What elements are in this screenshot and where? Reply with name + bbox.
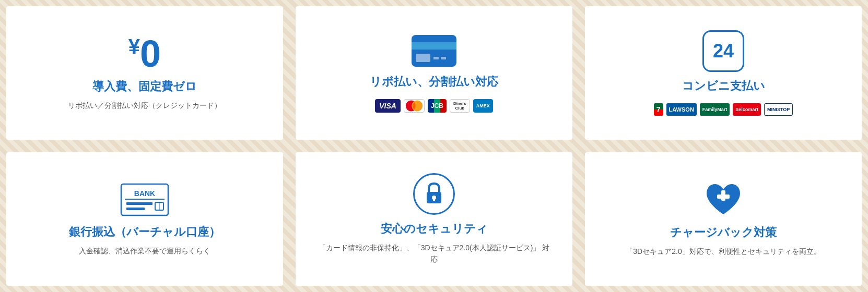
card-bank: BANK 銀行振込（バーチャル口座） 入金確認、消込作業不要で運用らくらく (6, 152, 283, 286)
card-bank-title: 銀行振込（バーチャル口座） (69, 224, 220, 240)
lock-icon (413, 173, 455, 215)
card-chargeback-title: チャージバック対策 (670, 225, 777, 240)
svg-rect-10 (126, 202, 153, 205)
bank-icon: BANK (119, 181, 171, 218)
svg-rect-11 (126, 208, 145, 210)
convenience-24-icon: 24 (702, 30, 744, 72)
card-zero-cost: ¥0 導入費、固定費ゼロ リボ払い／分割払い対応（クレジットカード） (6, 6, 283, 140)
zero-price-icon: ¥0 (128, 35, 161, 72)
card-zero-cost-desc: リボ払い／分割払い対応（クレジットカード） (68, 100, 221, 111)
card-revolving: リボ払い、分割払い対応 VISA JCB DinersClub AMEX (296, 6, 572, 140)
feature-grid: ¥0 導入費、固定費ゼロ リボ払い／分割払い対応（クレジットカード） リボ払い、… (0, 0, 868, 292)
convenience-logos: 7 LAWSON FamilyMart Seicomart MINISTOP (654, 103, 793, 116)
credit-card-icon (410, 34, 458, 68)
svg-rect-2 (416, 54, 430, 62)
svg-rect-1 (412, 42, 456, 50)
card-chargeback: チャージバック対策 「3Dセキュア2.0」対応で、利便性とセキュリティを両立。 (585, 152, 862, 286)
lawson-logo: LAWSON (666, 103, 697, 116)
card-convenience-title: コンビニ支払い (682, 78, 765, 94)
svg-rect-16 (433, 198, 435, 201)
card-security-desc: 「カード情報の非保持化」、「3Dセキュア2.0(本人認証サービス)」 対応 (316, 242, 552, 265)
jcb-logo: JCB (428, 99, 447, 113)
svg-rect-4 (441, 57, 446, 59)
svg-rect-3 (433, 57, 439, 59)
heart-plus-icon (702, 181, 744, 218)
card-security-title: 安心のセキュリティ (381, 221, 488, 237)
payment-logos: VISA JCB DinersClub AMEX (375, 99, 493, 113)
seicomart-logo: Seicomart (733, 103, 761, 116)
visa-logo: VISA (375, 99, 401, 113)
amex-logo: AMEX (473, 99, 493, 113)
card-zero-cost-title: 導入費、固定費ゼロ (92, 79, 197, 94)
familymart-logo: FamilyMart (700, 103, 730, 116)
ministop-logo: MINISTOP (764, 103, 793, 116)
card-chargeback-desc: 「3Dセキュア2.0」対応で、利便性とセキュリティを両立。 (626, 246, 820, 257)
seven-eleven-logo: 7 (654, 103, 663, 116)
card-bank-desc: 入金確認、消込作業不要で運用らくらく (79, 245, 210, 257)
card-convenience: 24 コンビニ支払い 7 LAWSON FamilyMart Seicomart… (585, 6, 862, 140)
svg-text:BANK: BANK (134, 189, 155, 198)
mastercard-logo (404, 99, 425, 113)
diners-logo: DinersClub (450, 99, 470, 113)
card-revolving-title: リボ払い、分割払い対応 (370, 74, 498, 90)
svg-rect-18 (717, 194, 730, 199)
card-security: 安心のセキュリティ 「カード情報の非保持化」、「3Dセキュア2.0(本人認証サー… (296, 152, 572, 286)
